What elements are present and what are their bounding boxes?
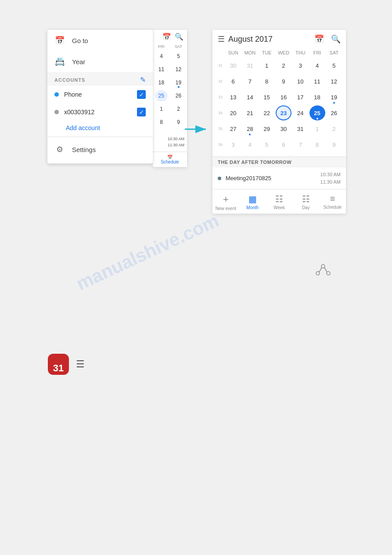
strip-cell-9-next[interactable]: 9 bbox=[173, 116, 185, 128]
cal-cell-8[interactable]: 8 bbox=[259, 74, 275, 89]
accounts-section-header: ACCOUNTS ✎ bbox=[47, 72, 153, 86]
cal-cell-23-today[interactable]: 23 bbox=[276, 105, 291, 120]
strip-cell-5[interactable]: 5 bbox=[173, 51, 185, 62]
strip-cell-18[interactable]: 18 bbox=[155, 77, 168, 88]
cal-cell-7-next[interactable]: 7 bbox=[292, 137, 308, 152]
svg-line-5 bbox=[319, 268, 322, 272]
cal-cell-18[interactable]: 18 bbox=[309, 90, 325, 105]
svg-point-2 bbox=[316, 272, 320, 275]
nav-day[interactable]: ☷ Day bbox=[292, 191, 319, 212]
cal-cell-30[interactable]: 30 bbox=[276, 121, 291, 136]
event-time: 10:30 AM 11:30 AM bbox=[320, 171, 341, 185]
strip-week-5: 1 2 bbox=[153, 102, 187, 116]
nav-schedule[interactable]: ≡ Schedule bbox=[319, 191, 346, 212]
cal-cell-6-next[interactable]: 6 bbox=[276, 137, 291, 152]
strip-week-1: 4 5 bbox=[153, 50, 187, 63]
cal-cell-20[interactable]: 20 bbox=[225, 105, 241, 120]
week-num-35: 35 bbox=[216, 121, 225, 136]
main-calendar: ☰ August 2017 📅 🔍 SUN MON TUE WED THU FR… bbox=[212, 30, 346, 214]
strip-calendar-icon[interactable]: 📅 bbox=[162, 33, 171, 41]
strip-cell-11[interactable]: 11 bbox=[155, 64, 168, 75]
strip-cell-1-next[interactable]: 1 bbox=[155, 103, 168, 115]
cal-cell-3[interactable]: 3 bbox=[292, 58, 308, 73]
cal-cell-10[interactable]: 10 bbox=[292, 74, 308, 89]
cal-cell-31[interactable]: 31 bbox=[292, 121, 308, 136]
strip-schedule-tab[interactable]: 📅 Schedule bbox=[153, 152, 187, 167]
cal-cell-9-next[interactable]: 9 bbox=[326, 137, 342, 152]
goto-label: Go to bbox=[72, 37, 88, 44]
cal-cell-29[interactable]: 29 bbox=[259, 121, 275, 136]
cal-cell-27[interactable]: 27 bbox=[225, 121, 241, 136]
cal-cell-22[interactable]: 22 bbox=[259, 105, 275, 120]
cal-cell-14[interactable]: 14 bbox=[242, 90, 258, 105]
cal-cell-21[interactable]: 21 bbox=[242, 105, 258, 120]
nav-week[interactable]: ☷ Week bbox=[266, 191, 293, 212]
cal-cell-12[interactable]: 12 bbox=[326, 74, 342, 89]
strip-cell-8-next[interactable]: 8 bbox=[155, 116, 168, 128]
cal-cell-15[interactable]: 15 bbox=[259, 90, 275, 105]
cal-cell-2[interactable]: 2 bbox=[276, 58, 291, 73]
cal-cell-7[interactable]: 7 bbox=[242, 74, 258, 89]
cal-cell-5[interactable]: 5 bbox=[326, 58, 342, 73]
hamburger-icon[interactable]: ☰ bbox=[76, 359, 85, 370]
cal-cell-13[interactable]: 13 bbox=[225, 90, 241, 105]
cal-cell-31-prev[interactable]: 31 bbox=[242, 58, 258, 73]
strip-cell-4[interactable]: 4 bbox=[155, 51, 168, 62]
accounts-edit-icon[interactable]: ✎ bbox=[140, 76, 146, 84]
calendar-icon[interactable]: 📅 bbox=[314, 34, 324, 44]
week-num-33: 33 bbox=[216, 90, 225, 105]
week-num-31: 31 bbox=[216, 58, 225, 73]
account-item-x00303912[interactable]: x00303912 ✓ bbox=[47, 103, 153, 121]
strip-search-icon[interactable]: 🔍 bbox=[175, 33, 183, 41]
calendar-app-icon[interactable]: 31 bbox=[48, 354, 69, 375]
cal-cell-3-next[interactable]: 3 bbox=[225, 137, 241, 152]
share-icon-container bbox=[315, 264, 331, 278]
sidebar-item-settings[interactable]: ⚙ Settings bbox=[47, 139, 153, 160]
strip-cell-12[interactable]: 12 bbox=[173, 64, 185, 75]
cal-cell-19[interactable]: 19 bbox=[326, 90, 342, 105]
cal-cell-6[interactable]: 6 bbox=[225, 74, 241, 89]
strip-day-fri: FRI bbox=[155, 44, 168, 49]
cal-cell-24[interactable]: 24 bbox=[292, 105, 308, 120]
day-label-fri: FRI bbox=[309, 48, 325, 57]
search-icon[interactable]: 🔍 bbox=[331, 34, 341, 44]
cal-cell-11[interactable]: 11 bbox=[309, 74, 325, 89]
add-account-button[interactable]: Add account bbox=[47, 121, 153, 135]
account-check-x00303912[interactable]: ✓ bbox=[137, 108, 146, 116]
strip-time-1: 10:30 AM bbox=[153, 136, 187, 142]
strip-cell-25[interactable]: 25 bbox=[155, 90, 168, 102]
event-item-meeting[interactable]: Meeting20170825 10:30 AM 11:30 AM bbox=[212, 167, 346, 189]
cal-cell-1-next[interactable]: 1 bbox=[309, 121, 325, 136]
accounts-label: ACCOUNTS bbox=[54, 77, 85, 83]
cal-cell-4-next[interactable]: 4 bbox=[242, 137, 258, 152]
event-dot bbox=[218, 177, 221, 180]
strip-week-6: 8 9 bbox=[153, 116, 187, 129]
cal-cell-26[interactable]: 26 bbox=[326, 105, 342, 120]
menu-icon[interactable]: ☰ bbox=[218, 34, 225, 44]
cal-cell-16[interactable]: 16 bbox=[276, 90, 291, 105]
strip-cell-19[interactable]: 19 bbox=[173, 77, 185, 88]
cal-cell-17[interactable]: 17 bbox=[292, 90, 308, 105]
account-check-phone[interactable]: ✓ bbox=[137, 90, 146, 99]
cal-cell-4[interactable]: 4 bbox=[309, 58, 325, 73]
cal-cell-25-selected[interactable]: 25 bbox=[309, 105, 325, 120]
sidebar-item-goto[interactable]: 📅 Go to bbox=[47, 30, 153, 51]
sidebar-item-year[interactable]: 📇 Year bbox=[47, 51, 153, 72]
account-item-phone[interactable]: Phone ✓ bbox=[47, 86, 153, 103]
cal-cell-9[interactable]: 9 bbox=[276, 74, 291, 89]
nav-month[interactable]: ▦ Month bbox=[239, 191, 266, 212]
strip-cell-26[interactable]: 26 bbox=[173, 90, 185, 102]
cal-cell-8-next[interactable]: 8 bbox=[309, 137, 325, 152]
nav-new-event[interactable]: + New event bbox=[212, 191, 239, 212]
year-label: Year bbox=[72, 58, 85, 65]
strip-cell-2-next[interactable]: 2 bbox=[173, 103, 185, 115]
cal-cell-30-prev[interactable]: 30 bbox=[225, 58, 241, 73]
strip-day-sat: SAT bbox=[172, 44, 185, 49]
settings-icon: ⚙ bbox=[54, 144, 65, 155]
schedule-icon: ≡ bbox=[330, 194, 335, 204]
cal-cell-28[interactable]: 28 bbox=[242, 121, 258, 136]
cal-cell-5-next[interactable]: 5 bbox=[259, 137, 275, 152]
cal-cell-1[interactable]: 1 bbox=[259, 58, 275, 73]
cal-cell-2-next[interactable]: 2 bbox=[326, 121, 342, 136]
day-label-sun: SUN bbox=[225, 48, 241, 57]
